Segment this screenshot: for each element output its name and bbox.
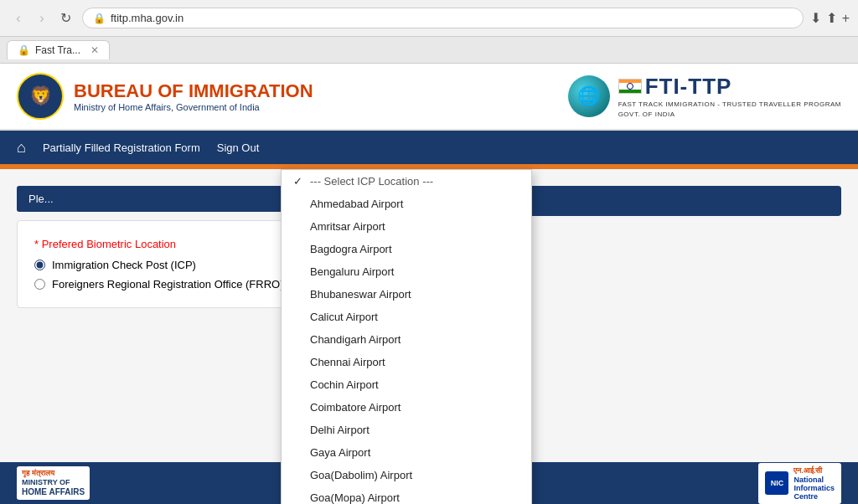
nic-text-block: एन.आई.सी National Informatics Centre (793, 466, 835, 501)
footer-left: गृह मंत्रालय MINISTRY OF HOME AFFAIRS (17, 466, 90, 500)
please-note-text: Ple... (28, 193, 54, 205)
download-button[interactable]: ⬇ (810, 10, 821, 26)
mha-logo-box: गृह मंत्रालय MINISTRY OF HOME AFFAIRS (17, 466, 90, 500)
bureau-text: BUREAU OF IMMIGRATION Ministry of Home A… (74, 80, 313, 112)
footer-hindi: गृह मंत्रालय (22, 469, 85, 478)
dropdown-option-7[interactable]: Chandigarh Airport (282, 328, 531, 351)
partial-form-link[interactable]: Partially Filled Registration Form (43, 141, 200, 154)
fti-title-block: FTI-TTP FAST TRACK IMMIGRATION - TRUSTED… (618, 74, 841, 120)
header-right: 🌐 FTI-TTP FAST TRACK IMMIGRATION - TRUST… (568, 74, 841, 120)
dropdown-option-label-6: Calicut Airport (310, 311, 378, 323)
flag-white (619, 83, 641, 90)
nic-logo-box: NIC एन.आई.सी National Informatics Centre (758, 463, 841, 504)
footer-right: NIC एन.आई.सी National Informatics Centre (758, 463, 841, 504)
dropdown-option-label-5: Bhubaneswar Airport (310, 288, 411, 301)
tab-label: Fast Tra... (35, 44, 80, 56)
icp-radio-item[interactable]: Immigration Check Post (ICP) (34, 259, 284, 271)
dropdown-option-8[interactable]: Chennai Airport (282, 351, 531, 373)
dropdown-option-9[interactable]: Cochin Airport (282, 373, 531, 396)
dropdown-option-label-1: Ahmedabad Airport (310, 198, 403, 210)
globe-icon: 🌐 (568, 75, 610, 117)
frro-label: Foreigners Regional Registration Office … (52, 278, 283, 291)
nav-bar: ⌂ Partially Filled Registration Form Sig… (0, 131, 858, 164)
dropdown-option-label-4: Bengaluru Airport (310, 265, 394, 278)
home-icon[interactable]: ⌂ (17, 139, 26, 157)
radio-group: Immigration Check Post (ICP) Foreigners … (34, 259, 284, 291)
site-header: 🦁 BUREAU OF IMMIGRATION Ministry of Home… (0, 64, 858, 131)
fti-govt: GOVT. OF INDIA (618, 110, 841, 120)
nic-emblem: NIC (765, 471, 788, 495)
dropdown-option-label-8: Chennai Airport (310, 356, 385, 368)
icp-location-dropdown[interactable]: ✓--- Select ICP Location ---Ahmedabad Ai… (281, 169, 532, 504)
dropdown-option-label-12: Gaya Airport (310, 446, 370, 459)
footer-ministry-line2: MINISTRY OF (22, 478, 85, 487)
dropdown-option-label-13: Goa(Dabolim) Airport (310, 469, 412, 481)
flag-chakra (627, 83, 633, 90)
dropdown-option-13[interactable]: Goa(Dabolim) Airport (282, 464, 531, 486)
please-note-bar: Ple... (17, 186, 302, 212)
dropdown-option-10[interactable]: Coimbatore Airport (282, 396, 531, 419)
frro-radio[interactable] (34, 279, 45, 290)
fti-main-title: FTI-TTP (645, 74, 732, 100)
india-emblem: 🦁 (17, 73, 64, 120)
fti-subtitle: FAST TRACK IMMIGRATION - TRUSTED TRAVELL… (618, 100, 841, 110)
flag-green (619, 90, 641, 93)
tab-favicon: 🔒 (18, 44, 30, 56)
checkmark-icon-0: ✓ (293, 175, 305, 188)
reload-button[interactable]: ↻ (55, 8, 75, 28)
dropdown-option-label-2: Amritsar Airport (310, 220, 385, 233)
dropdown-option-label-9: Cochin Airport (310, 378, 379, 391)
nav-buttons: ‹ › ↻ (8, 8, 75, 28)
nic-hindi: एन.आई.सी (793, 466, 835, 476)
dropdown-option-5[interactable]: Bhubaneswar Airport (282, 283, 531, 306)
dropdown-option-label-14: Goa(Mopa) Airport (310, 491, 400, 504)
dropdown-option-6[interactable]: Calicut Airport (282, 306, 531, 328)
nic-informatics: Informatics (793, 484, 835, 492)
dropdown-option-0[interactable]: ✓--- Select ICP Location --- (282, 170, 531, 193)
dropdown-option-2[interactable]: Amritsar Airport (282, 215, 531, 238)
icp-radio[interactable] (34, 260, 45, 270)
browser-actions: ⬇ ⬆ + (810, 10, 850, 26)
new-tab-button[interactable]: + (842, 11, 850, 26)
forward-button[interactable]: › (32, 8, 52, 28)
dropdown-option-1[interactable]: Ahmedabad Airport (282, 193, 531, 215)
dropdown-option-label-7: Chandigarh Airport (310, 333, 401, 346)
dropdown-option-label-10: Coimbatore Airport (310, 401, 401, 414)
active-tab[interactable]: 🔒 Fast Tra... ✕ (7, 40, 110, 59)
dropdown-option-12[interactable]: Gaya Airport (282, 441, 531, 464)
url-text: ftitp.mha.gov.in (111, 12, 183, 24)
india-flag (618, 79, 642, 94)
back-button[interactable]: ‹ (8, 8, 28, 28)
fti-section: 🌐 FTI-TTP FAST TRACK IMMIGRATION - TRUST… (568, 74, 841, 120)
biometric-label: * Prefered Biometric Location (34, 238, 284, 250)
nic-text: NIC (771, 479, 784, 487)
main-area: Ple... * Prefered Biometric Location Imm… (0, 169, 858, 487)
dropdown-option-4[interactable]: Bengaluru Airport (282, 260, 531, 283)
bureau-subtitle: Ministry of Home Affairs, Government of … (74, 102, 313, 112)
address-bar[interactable]: 🔒 ftitp.mha.gov.in (82, 8, 804, 28)
dropdown-option-11[interactable]: Delhi Airport (282, 419, 531, 441)
lock-icon: 🔒 (93, 13, 106, 24)
nic-centre: Centre (793, 492, 835, 501)
biometric-form-section: * Prefered Biometric Location Immigratio… (17, 220, 302, 308)
tab-close-icon[interactable]: ✕ (90, 44, 99, 56)
page-content: 🦁 BUREAU OF IMMIGRATION Ministry of Home… (0, 64, 858, 504)
dropdown-option-14[interactable]: Goa(Mopa) Airport (282, 486, 531, 504)
header-left: 🦁 BUREAU OF IMMIGRATION Ministry of Home… (17, 73, 313, 120)
footer-ministry-line3: HOME AFFAIRS (22, 487, 85, 497)
share-button[interactable]: ⬆ (826, 10, 837, 26)
browser-chrome: ‹ › ↻ 🔒 ftitp.mha.gov.in ⬇ ⬆ + (0, 0, 858, 37)
bureau-title: BUREAU OF IMMIGRATION (74, 80, 313, 102)
sign-out-link[interactable]: Sign Out (217, 141, 260, 154)
dropdown-option-label-0: --- Select ICP Location --- (310, 175, 433, 188)
icp-label: Immigration Check Post (ICP) (52, 259, 196, 271)
dropdown-option-label-11: Delhi Airport (310, 424, 370, 436)
dropdown-option-3[interactable]: Bagdogra Airport (282, 238, 531, 260)
frro-radio-item[interactable]: Foreigners Regional Registration Office … (34, 278, 284, 291)
tab-bar: 🔒 Fast Tra... ✕ (0, 37, 858, 64)
dropdown-option-label-3: Bagdogra Airport (310, 243, 392, 255)
nic-national: National (793, 476, 835, 484)
